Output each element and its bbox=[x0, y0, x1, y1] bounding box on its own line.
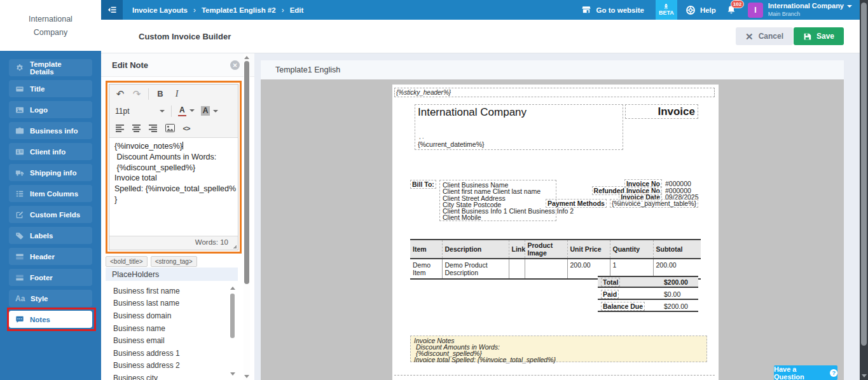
insert-image-button[interactable] bbox=[162, 121, 178, 135]
placeholder-item[interactable]: Business address 2 bbox=[106, 360, 229, 372]
resize-grip[interactable] bbox=[231, 243, 237, 248]
italic-button[interactable]: I bbox=[169, 87, 185, 101]
notifications-button[interactable]: 102 bbox=[726, 4, 736, 15]
align-center-button[interactable] bbox=[128, 121, 145, 135]
account-menu[interactable]: I International Company Main Branch bbox=[748, 2, 860, 18]
panel-scrollbar[interactable] bbox=[244, 53, 250, 380]
invoice-title-block[interactable]: Invoice bbox=[625, 104, 698, 119]
sidebar-item-custom-fields[interactable]: Custom Fields bbox=[9, 206, 92, 223]
items-table[interactable]: ItemDescriptionLinkProduct ImageUnit Pri… bbox=[410, 239, 701, 280]
sidebar-item-style[interactable]: Aa Style bbox=[9, 290, 92, 307]
sidebar-item-label: Footer bbox=[30, 274, 53, 282]
font-size-select[interactable]: 11pt bbox=[112, 107, 168, 116]
scroll-up-arrow[interactable] bbox=[230, 287, 235, 290]
panel-scrollbar-thumb[interactable] bbox=[244, 61, 249, 284]
breadcrumb-invoice-layouts[interactable]: Invoice Layouts bbox=[132, 6, 188, 14]
typography-icon: Aa bbox=[15, 294, 25, 303]
placeholder-item[interactable]: Business address 1 bbox=[106, 347, 229, 360]
sidebar-item-business-info[interactable]: Business info bbox=[9, 122, 92, 139]
totals-row: Paid$0.00 bbox=[598, 289, 698, 300]
source-code-button[interactable]: <> bbox=[178, 121, 195, 135]
sidebar-item-template-details[interactable]: Template Details bbox=[9, 59, 92, 76]
have-a-question-button[interactable]: Have a Question ? bbox=[774, 365, 837, 380]
invoice-notes-block[interactable]: Invoice Notes Discount Amounts in Words:… bbox=[410, 336, 707, 362]
invoice-page: {%sticky_header%} International Company … bbox=[392, 85, 719, 380]
go-to-website-link[interactable]: Go to website bbox=[581, 5, 644, 15]
placeholders-scrollbar[interactable] bbox=[230, 287, 235, 376]
undo-button[interactable]: ↶ bbox=[112, 87, 128, 101]
redo-button[interactable]: ↷ bbox=[128, 87, 145, 101]
placeholder-item[interactable]: Business domain bbox=[106, 309, 229, 322]
current-datetime-placeholder: {%current_datetime%} bbox=[418, 140, 484, 148]
table-header-icon bbox=[15, 252, 24, 261]
sidebar-item-labels[interactable]: Labels bbox=[9, 227, 92, 244]
background-color-button[interactable]: A bbox=[198, 106, 222, 116]
client-info-line: Client Mobile bbox=[443, 214, 553, 221]
placeholder-item[interactable]: Business first name bbox=[106, 285, 229, 297]
template-tabbar: Template1 English bbox=[261, 60, 844, 79]
bold-button[interactable]: B bbox=[152, 87, 169, 101]
toolbar-divider bbox=[171, 105, 172, 117]
sticky-header-placeholder[interactable]: {%sticky_header%} bbox=[394, 88, 715, 97]
comment-icon bbox=[15, 315, 24, 324]
invoice-meta-row: Payment Methods{%invoice_payment_table%} bbox=[481, 200, 698, 207]
tab-template1-english[interactable]: Template1 English bbox=[261, 60, 844, 79]
sidebar-item-label: Custom Fields bbox=[30, 211, 80, 219]
avatar: I bbox=[748, 3, 763, 18]
sidebar-item-logo[interactable]: Logo bbox=[9, 101, 92, 118]
breadcrumb-template[interactable]: Template1 English #2 bbox=[202, 6, 276, 14]
placeholder-item[interactable]: Business name bbox=[106, 322, 229, 335]
strong-tag-button[interactable]: <strong_tag> bbox=[151, 256, 197, 267]
toolbar-divider bbox=[148, 88, 149, 100]
collapse-sidebar-button[interactable] bbox=[101, 0, 123, 20]
sidebar-item-label: Business info bbox=[30, 127, 78, 135]
sidebar-item-item-columns[interactable]: Item Columns bbox=[9, 185, 92, 202]
breadcrumb: Invoice Layouts › Template1 English #2 ›… bbox=[132, 6, 303, 15]
cancel-button[interactable]: ✕ Cancel bbox=[736, 27, 793, 45]
bold-title-tag-button[interactable]: <bold_title> bbox=[106, 256, 148, 267]
totals-block[interactable]: Total$200.00Paid$0.00Balance Due$200.00 bbox=[598, 276, 698, 313]
scroll-up-arrow[interactable] bbox=[244, 56, 249, 59]
align-right-icon bbox=[149, 125, 158, 132]
close-panel-button[interactable]: ✕ bbox=[230, 60, 240, 70]
sidebar-item-header[interactable]: Header bbox=[9, 248, 92, 265]
note-line: {%invoice_notes%} bbox=[114, 141, 233, 152]
invoice-meta[interactable]: Invoice No#000000Refunded Invoice No#000… bbox=[481, 180, 698, 207]
align-right-button[interactable] bbox=[145, 121, 162, 135]
rich-text-editor: ↶ ↷ B I 11pt A bbox=[109, 84, 238, 250]
sidebar-item-notes[interactable]: Notes bbox=[9, 311, 92, 328]
sidebar-item-label: Logo bbox=[30, 106, 48, 114]
sidebar-item-title[interactable]: Title bbox=[9, 80, 92, 97]
chevron-down-icon bbox=[160, 110, 165, 112]
placeholder-item[interactable]: Business last name bbox=[106, 297, 229, 310]
sidebar-item-footer[interactable]: Footer bbox=[9, 269, 92, 286]
placeholders-scrollbar-thumb[interactable] bbox=[230, 294, 235, 338]
sidebar-item-client-info[interactable]: Client info bbox=[9, 143, 92, 160]
page-scrollbar-thumb[interactable] bbox=[861, 3, 867, 346]
close-icon: ✕ bbox=[745, 32, 754, 41]
list-columns-icon bbox=[15, 189, 24, 198]
text-color-button[interactable]: A bbox=[175, 105, 198, 116]
help-link[interactable]: Help bbox=[685, 5, 716, 15]
placeholder-item[interactable]: Business email bbox=[106, 334, 229, 347]
note-content[interactable]: {%invoice_notes%} Discount Amounts in Wo… bbox=[109, 138, 238, 236]
sidebar-item-shipping-info[interactable]: Shipping info bbox=[9, 164, 92, 181]
sidebar-nav: Template Details Title Logo Business inf… bbox=[0, 51, 101, 328]
bill-to-label[interactable]: Bill To: bbox=[410, 180, 436, 188]
align-left-button[interactable] bbox=[112, 121, 128, 135]
editor-highlight-annotation: ↶ ↷ B I 11pt A bbox=[106, 81, 242, 254]
business-info-block[interactable]: International Company , . {%current_date… bbox=[415, 104, 623, 150]
help-label: Help bbox=[700, 6, 716, 14]
scroll-down-arrow[interactable] bbox=[244, 375, 249, 378]
page-scrollbar[interactable] bbox=[860, 0, 868, 380]
beta-badge[interactable]: BETA bbox=[656, 0, 677, 20]
footer-divider bbox=[394, 375, 715, 376]
business-address-placeholder: , . bbox=[419, 133, 424, 140]
save-button[interactable]: Save bbox=[794, 27, 844, 45]
scroll-down-arrow[interactable] bbox=[230, 372, 235, 376]
table-footer-icon bbox=[15, 273, 24, 282]
placeholders-header: PlaceHolders bbox=[106, 268, 238, 281]
placeholders-list: Business first nameBusiness last nameBus… bbox=[106, 285, 229, 380]
placeholder-item[interactable]: Business city bbox=[106, 372, 229, 380]
scroll-down-arrow[interactable] bbox=[862, 374, 867, 377]
